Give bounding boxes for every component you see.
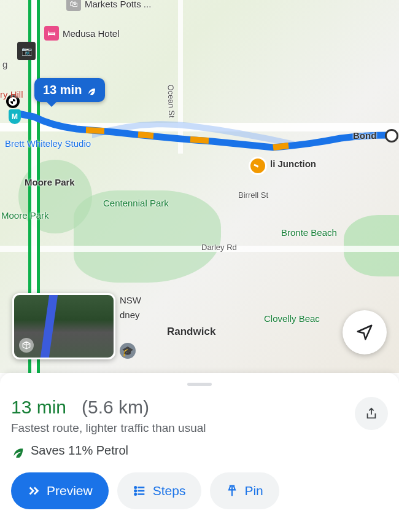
- pin-button[interactable]: Pin: [210, 472, 279, 509]
- streetview-thumbnail[interactable]: [12, 293, 115, 359]
- street-birrell: Birrell St: [238, 190, 268, 200]
- steps-button[interactable]: Steps: [117, 472, 202, 509]
- chevron-double-right-icon: [27, 484, 41, 498]
- leaf-icon: [11, 444, 25, 458]
- label-moore-park-2: Moore Park: [1, 210, 49, 221]
- label-nsw: NSW: [120, 295, 141, 305]
- svg-point-2: [134, 493, 136, 495]
- share-button[interactable]: [355, 397, 388, 430]
- photo-icon: 📷: [17, 42, 36, 60]
- market-icon: 🛍: [66, 0, 81, 11]
- location-arrow-icon: [355, 323, 374, 342]
- poi-image-thumb[interactable]: 📷: [17, 42, 36, 60]
- street-darley: Darley Rd: [201, 243, 237, 252]
- map-view[interactable]: 13 min 🛍 Markets Potts ... 🛏 Medusa Hote…: [0, 0, 399, 373]
- drag-handle[interactable]: [187, 383, 212, 386]
- route-distance: (5.6 km): [82, 397, 149, 417]
- route-time: 13 min: [11, 397, 66, 417]
- route-time-badge[interactable]: 13 min: [34, 78, 105, 102]
- street-ocean: Ocean St: [166, 84, 177, 118]
- cube-3d-icon: [19, 338, 34, 353]
- eco-text: Saves 11% Petrol: [31, 444, 128, 458]
- route-info-sheet[interactable]: 13 min (5.6 km) Fastest route, lighter t…: [0, 373, 399, 532]
- label-bronte[interactable]: Bronte Beach: [281, 227, 337, 238]
- education-icon[interactable]: 🎓: [120, 343, 136, 359]
- preview-button[interactable]: Preview: [11, 472, 109, 509]
- list-icon: [133, 484, 147, 498]
- leaf-icon: [87, 85, 96, 95]
- svg-point-0: [134, 487, 136, 488]
- recenter-button[interactable]: [343, 310, 387, 354]
- route-subtitle: Fastest route, lighter traffic than usua…: [11, 421, 206, 435]
- route-title: 13 min (5.6 km): [11, 397, 206, 418]
- label-sydney: dney: [120, 310, 140, 320]
- poi-medusa-hotel[interactable]: 🛏 Medusa Hotel: [44, 26, 120, 41]
- eco-savings-row: Saves 11% Petrol: [11, 444, 388, 458]
- pushpin-icon: [226, 485, 238, 497]
- poi-markets[interactable]: 🛍 Markets Potts ...: [66, 0, 151, 11]
- action-button-row: Preview Steps Pin: [11, 472, 388, 509]
- label-brett-whiteley[interactable]: Brett Whiteley Studio: [5, 138, 91, 149]
- label-bondi-junction: li Junction: [270, 158, 316, 169]
- label-hill: ry Hill: [0, 89, 23, 100]
- label-centennial: Centennial Park: [103, 198, 169, 208]
- badge-time-text: 13 min: [43, 83, 82, 97]
- hotel-icon: 🛏: [44, 26, 59, 41]
- label-bondi: Bond: [353, 130, 376, 141]
- svg-point-1: [134, 490, 136, 492]
- label-g: g: [2, 59, 7, 69]
- label-clovelly[interactable]: Clovelly Beac: [264, 313, 320, 324]
- label-moore-park-1: Moore Park: [25, 177, 75, 187]
- share-icon: [365, 407, 378, 420]
- label-randwick: Randwick: [167, 326, 215, 338]
- incident-camera-icon[interactable]: [249, 157, 267, 175]
- route-end-marker[interactable]: [385, 129, 398, 143]
- museum-icon[interactable]: M: [9, 109, 21, 124]
